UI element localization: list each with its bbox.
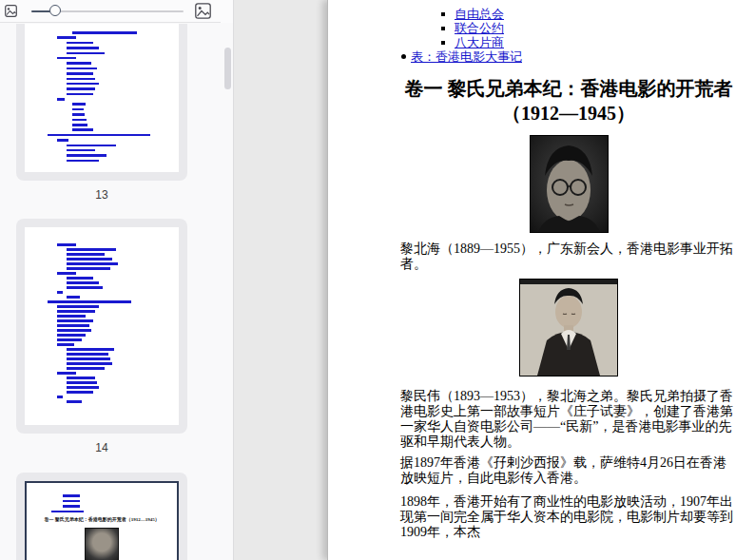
thumbnail-page-15-preview: 卷一 黎氏兄弟本纪：香港电影的开荒者（1912—1945）: [25, 481, 179, 560]
thumbnail-list: 13 14 卷一 黎氏兄弟本纪：香港电影的开荒者（1912—1945）: [0, 24, 232, 560]
thumbnail-page-13-preview: [25, 24, 179, 172]
toc-item: 表：香港电影大事记: [400, 49, 737, 64]
thumbnail-sidebar: 13 14 卷一 黎氏兄弟本纪：香港电影的开荒者（1912—1945）: [0, 0, 234, 560]
ebook-reader-window: 13 14 卷一 黎氏兄弟本纪：香港电影的开荒者（1912—1945）: [0, 0, 755, 560]
page-content: 自由总会 联合公约 八大片商 表：香港电影大事记 卷一 黎氏: [400, 0, 737, 540]
thumbnail-page-15-selected[interactable]: 卷一 黎氏兄弟本纪：香港电影的开荒者（1912—1945）: [16, 473, 187, 560]
square-bullet-icon: [441, 41, 445, 45]
toc-item: 自由总会: [400, 7, 737, 21]
portrait-photo-li-minwei: [519, 279, 618, 377]
portrait-photo-li-beihai: [530, 135, 609, 233]
chapter-title: 卷一 黎氏兄弟本纪：香港电影的开荒者（1912—1945）: [400, 76, 737, 126]
paragraph-li-minwei: 黎民伟（1893—1953），黎北海之弟。黎氏兄弟拍摄了香港电影史上第一部故事短…: [400, 389, 737, 450]
large-image-icon[interactable]: [195, 3, 211, 19]
thumbnail-toc-links: [27, 483, 177, 512]
thumbnail-page-14[interactable]: [16, 219, 187, 434]
thumbnail-toc-links: [25, 24, 179, 162]
document-page: 自由总会 联合公约 八大片商 表：香港电影大事记 卷一 黎氏: [327, 0, 755, 560]
square-bullet-icon: [441, 27, 445, 30]
paragraph-1898: 1898年，香港开始有了商业性的电影放映活动，1907年出现第一间完全属于华人资…: [400, 494, 737, 540]
toc-link-list: 自由总会 联合公约 八大片商 表：香港电影大事记: [400, 0, 737, 64]
paragraph-1897: 据1897年香港《孖剌沙西报》载，萨维特4月26日在香港放映短片，自此电影传入香…: [400, 455, 737, 486]
page-number-label: 13: [16, 188, 187, 203]
slider-handle[interactable]: [49, 5, 61, 16]
sidebar-scrollbar-thumb[interactable]: [224, 48, 231, 89]
thumbnail-portrait-image: [85, 528, 119, 560]
page-number-label: 14: [16, 441, 187, 455]
toc-link-dashiji-table[interactable]: 表：香港电影大事记: [411, 48, 522, 66]
thumbnail-page-14-preview: [25, 227, 179, 425]
disc-bullet-icon: [401, 54, 406, 59]
thumbnail-toc-links: [25, 227, 179, 403]
thumbnail-size-slider[interactable]: [31, 10, 184, 12]
toc-item: 联合公约: [400, 21, 737, 35]
thumbnail-chapter-title: 卷一 黎氏兄弟本纪：香港电影的开荒者（1912—1945）: [27, 516, 177, 523]
thumbnail-size-toolbar: [0, 0, 233, 23]
caption-li-beihai: 黎北海（1889—1955），广东新会人，香港电影事业开拓者。: [400, 241, 737, 272]
small-image-icon[interactable]: [5, 5, 17, 17]
square-bullet-icon: [441, 12, 445, 16]
document-viewer: 自由总会 联合公约 八大片商 表：香港电影大事记 卷一 黎氏: [234, 0, 755, 560]
thumbnail-page-13[interactable]: [16, 24, 187, 181]
